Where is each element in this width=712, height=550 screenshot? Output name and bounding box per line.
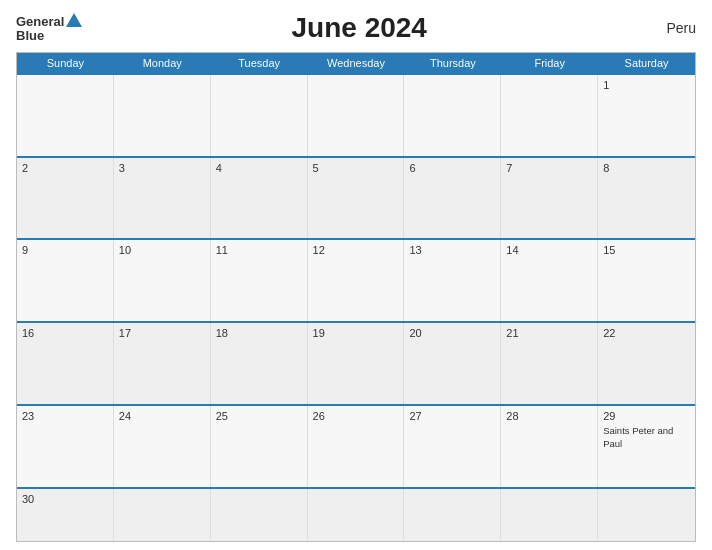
day-cell: 3 <box>114 158 211 239</box>
header-thursday: Thursday <box>404 53 501 73</box>
calendar-grid: Sunday Monday Tuesday Wednesday Thursday… <box>16 52 696 542</box>
day-number: 26 <box>313 410 399 422</box>
day-cell <box>114 75 211 156</box>
calendar-title: June 2024 <box>82 12 636 44</box>
day-cell <box>114 489 211 541</box>
day-cell: 29Saints Peter and Paul <box>598 406 695 487</box>
day-cell: 14 <box>501 240 598 321</box>
logo-general: General <box>16 15 64 29</box>
day-cell: 23 <box>17 406 114 487</box>
day-cell: 8 <box>598 158 695 239</box>
week-row-3: 9101112131415 <box>17 238 695 321</box>
header-sunday: Sunday <box>17 53 114 73</box>
day-cell: 15 <box>598 240 695 321</box>
day-cell: 12 <box>308 240 405 321</box>
day-number: 18 <box>216 327 302 339</box>
day-cell: 11 <box>211 240 308 321</box>
day-number: 25 <box>216 410 302 422</box>
day-cell: 28 <box>501 406 598 487</box>
day-cell <box>404 489 501 541</box>
day-number: 16 <box>22 327 108 339</box>
day-cell: 1 <box>598 75 695 156</box>
day-cell: 18 <box>211 323 308 404</box>
day-number: 23 <box>22 410 108 422</box>
day-headers-row: Sunday Monday Tuesday Wednesday Thursday… <box>17 53 695 73</box>
day-cell: 16 <box>17 323 114 404</box>
day-number: 22 <box>603 327 690 339</box>
day-number: 19 <box>313 327 399 339</box>
day-number: 12 <box>313 244 399 256</box>
day-cell: 25 <box>211 406 308 487</box>
day-cell: 27 <box>404 406 501 487</box>
day-number: 8 <box>603 162 690 174</box>
header-saturday: Saturday <box>598 53 695 73</box>
day-number: 20 <box>409 327 495 339</box>
day-cell <box>211 75 308 156</box>
logo: General Blue <box>16 13 82 43</box>
header: General Blue June 2024 Peru <box>16 12 696 44</box>
day-cell <box>308 75 405 156</box>
day-cell: 21 <box>501 323 598 404</box>
day-cell <box>598 489 695 541</box>
day-cell: 24 <box>114 406 211 487</box>
day-number: 15 <box>603 244 690 256</box>
header-wednesday: Wednesday <box>308 53 405 73</box>
day-number: 3 <box>119 162 205 174</box>
day-number: 17 <box>119 327 205 339</box>
header-monday: Monday <box>114 53 211 73</box>
day-cell: 13 <box>404 240 501 321</box>
day-cell <box>404 75 501 156</box>
day-number: 4 <box>216 162 302 174</box>
day-number: 28 <box>506 410 592 422</box>
day-cell: 5 <box>308 158 405 239</box>
day-cell: 7 <box>501 158 598 239</box>
day-cell: 6 <box>404 158 501 239</box>
week-row-4: 16171819202122 <box>17 321 695 404</box>
holiday-label: Saints Peter and Paul <box>603 425 673 449</box>
country-label: Peru <box>636 20 696 36</box>
day-number: 10 <box>119 244 205 256</box>
day-cell: 10 <box>114 240 211 321</box>
logo-triangle-icon <box>66 13 82 27</box>
day-cell: 19 <box>308 323 405 404</box>
week-row-2: 2345678 <box>17 156 695 239</box>
day-cell: 20 <box>404 323 501 404</box>
week-row-1: 1 <box>17 73 695 156</box>
day-cell: 4 <box>211 158 308 239</box>
day-number: 24 <box>119 410 205 422</box>
day-cell: 26 <box>308 406 405 487</box>
day-cell <box>501 489 598 541</box>
day-cell <box>501 75 598 156</box>
day-cell: 17 <box>114 323 211 404</box>
week-row-5: 23242526272829Saints Peter and Paul <box>17 404 695 487</box>
day-number: 9 <box>22 244 108 256</box>
day-cell <box>211 489 308 541</box>
day-number: 1 <box>603 79 690 91</box>
day-number: 29 <box>603 410 690 422</box>
day-number: 11 <box>216 244 302 256</box>
day-number: 21 <box>506 327 592 339</box>
day-cell: 2 <box>17 158 114 239</box>
day-cell: 9 <box>17 240 114 321</box>
day-cell: 30 <box>17 489 114 541</box>
day-number: 7 <box>506 162 592 174</box>
day-number: 2 <box>22 162 108 174</box>
header-tuesday: Tuesday <box>211 53 308 73</box>
day-cell <box>17 75 114 156</box>
day-cell: 22 <box>598 323 695 404</box>
day-number: 13 <box>409 244 495 256</box>
day-number: 27 <box>409 410 495 422</box>
logo-blue: Blue <box>16 29 44 43</box>
week-row-6: 30 <box>17 487 695 541</box>
day-number: 14 <box>506 244 592 256</box>
day-number: 6 <box>409 162 495 174</box>
day-cell <box>308 489 405 541</box>
day-number: 30 <box>22 493 108 505</box>
day-number: 5 <box>313 162 399 174</box>
calendar-page: General Blue June 2024 Peru Sunday Monda… <box>0 0 712 550</box>
header-friday: Friday <box>501 53 598 73</box>
